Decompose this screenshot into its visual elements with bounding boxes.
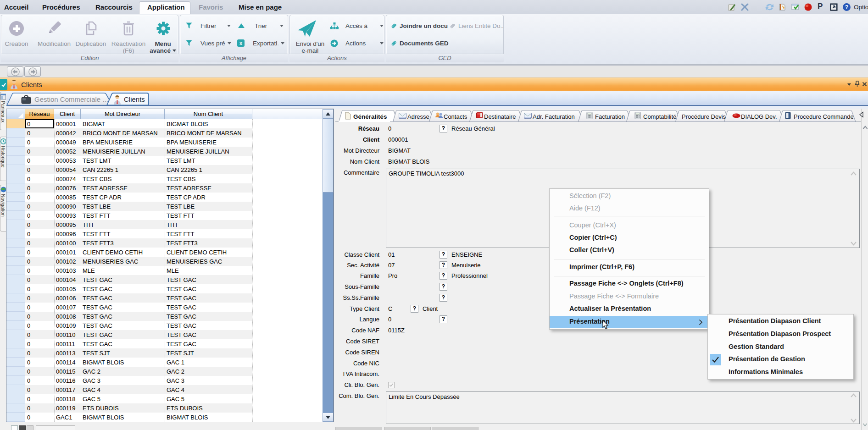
svg-text:?: ? [845,4,849,11]
